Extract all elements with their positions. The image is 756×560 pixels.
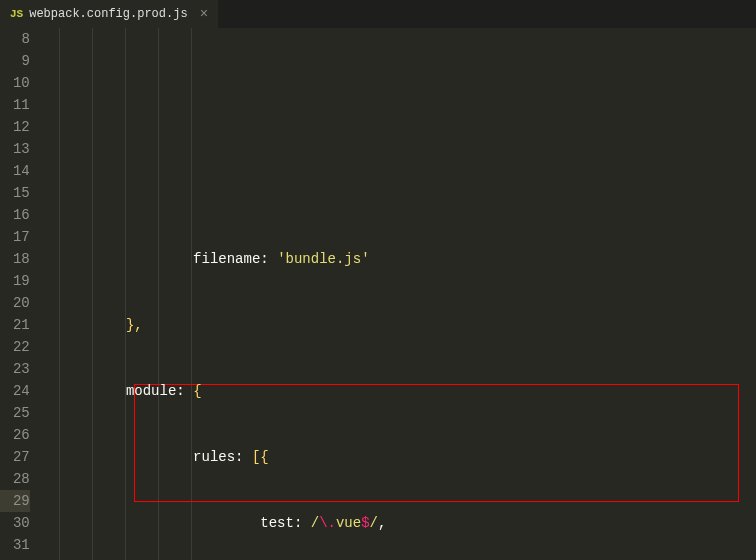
line-number: 30 (0, 512, 30, 534)
code-line[interactable]: filename: 'bundle.js' (59, 248, 756, 270)
line-number: 31 (0, 534, 30, 556)
line-number: 21 (0, 314, 30, 336)
line-number: 13 (0, 138, 30, 160)
line-number: 16 (0, 204, 30, 226)
fold-column (44, 28, 59, 560)
line-number: 8 (0, 28, 30, 50)
line-number: 24 (0, 380, 30, 402)
line-number: 12 (0, 116, 30, 138)
line-number: 23 (0, 358, 30, 380)
code-line[interactable]: test: /\.vue$/, (59, 512, 756, 534)
line-number: 28 (0, 468, 30, 490)
editor-tab[interactable]: JS webpack.config.prod.js × (0, 0, 218, 28)
line-number: 27 (0, 446, 30, 468)
line-number: 22 (0, 336, 30, 358)
line-number: 11 (0, 94, 30, 116)
line-number: 19 (0, 270, 30, 292)
line-number: 9 (0, 50, 30, 72)
line-number: 10 (0, 72, 30, 94)
line-number: 25 (0, 402, 30, 424)
js-file-icon: JS (10, 8, 23, 20)
line-number: 14 (0, 160, 30, 182)
tab-filename: webpack.config.prod.js (29, 7, 187, 21)
code-line[interactable]: rules: [{ (59, 446, 756, 468)
code-area[interactable]: filename: 'bundle.js' }, module: { rules… (59, 28, 756, 560)
line-number: 26 (0, 424, 30, 446)
line-number: 17 (0, 226, 30, 248)
line-number: 20 (0, 292, 30, 314)
tab-bar: JS webpack.config.prod.js × (0, 0, 756, 28)
line-number-gutter: 8 9 10 11 12 13 14 15 16 17 18 19 20 21 … (0, 28, 44, 560)
code-line[interactable]: module: { (59, 380, 756, 402)
code-line[interactable]: }, (59, 314, 756, 336)
line-number: 15 (0, 182, 30, 204)
editor: 8 9 10 11 12 13 14 15 16 17 18 19 20 21 … (0, 28, 756, 560)
line-number: 29 (0, 490, 30, 512)
line-number: 18 (0, 248, 30, 270)
close-icon[interactable]: × (200, 6, 208, 22)
